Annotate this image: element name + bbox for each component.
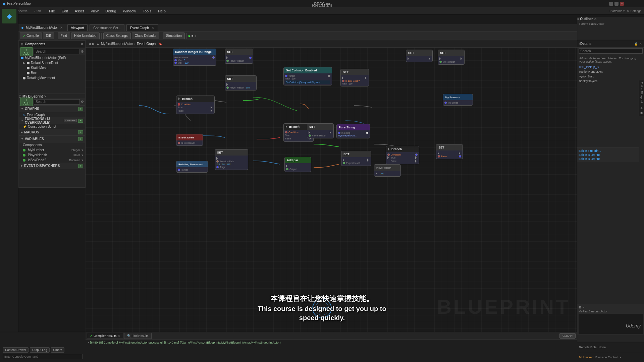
node-branch-lower[interactable]: Branch Condition True False (386, 146, 419, 164)
menu-file[interactable]: File (48, 8, 56, 14)
components-settings-icon[interactable]: ⚙ (81, 50, 84, 53)
node-set-far-right-lower[interactable]: SET False (436, 144, 463, 159)
diff-button[interactable]: Diff (43, 33, 54, 39)
node-set-farright-top[interactable]: SET My Number (438, 50, 465, 65)
class-settings-button[interactable]: Class Settings (103, 33, 131, 39)
node-pure-string[interactable]: Pure String In String MyBlueprintFun... (336, 124, 370, 138)
breadcrumb-actor[interactable]: MyFirstBlueprintActor (101, 42, 133, 46)
class-defaults-button[interactable]: Class Defaults (132, 33, 159, 39)
menu-view[interactable]: View (89, 8, 100, 14)
play-btn[interactable]: ▶ (189, 34, 191, 38)
tree-item-rotating[interactable]: RotatingMovement (19, 75, 85, 80)
node-set-1[interactable]: SET Player Health (225, 49, 253, 64)
details-item-1[interactable]: rBP_Pickup_B (577, 65, 644, 69)
pause-btn[interactable]: ⏸ (194, 34, 197, 38)
menu-window[interactable]: Window (121, 8, 137, 14)
graphs-add-btn[interactable]: + (78, 107, 83, 111)
find-button[interactable]: Find (58, 33, 70, 39)
menu-edit[interactable]: Edit (60, 8, 69, 14)
var-playerhealth[interactable]: PlayerHealth Float ▾ (19, 153, 85, 158)
tree-item-root[interactable]: ▶ DefaultSceneRoot (19, 60, 85, 65)
my-blueprint-search[interactable] (34, 99, 80, 105)
tab-viewport[interactable]: Viewport (67, 24, 88, 31)
close-btn[interactable]: ✕ (620, 2, 624, 6)
node-my-bones[interactable]: My Bones→ My Bones (443, 94, 473, 106)
compile-button[interactable]: ✓ Compile (20, 33, 42, 39)
side-icon-1[interactable]: ⚙ (640, 107, 643, 110)
node-branch-1[interactable]: Branch Condition True False (176, 96, 215, 114)
section-macros[interactable]: ▶ MACROS + (19, 129, 85, 136)
find-results-tab[interactable]: 🔍 Find Results (124, 333, 152, 339)
functions-add-btn[interactable]: + (78, 119, 83, 123)
minimize-btn[interactable] (609, 2, 613, 6)
clear-button[interactable]: CLEAR (559, 333, 576, 339)
tree-item-box[interactable]: Box (19, 70, 85, 75)
node-set-lower-mid[interactable]: SET Player Health (341, 151, 371, 166)
bp-tab-close[interactable]: ✕ (60, 26, 63, 29)
my-blueprint-add-btn[interactable]: + Add (20, 98, 33, 106)
node-set-mid[interactable]: SET Player Health (307, 123, 334, 138)
var-playerhealth-dropdown[interactable]: ▾ (82, 154, 83, 157)
nav-left[interactable]: ◀ (88, 42, 91, 46)
outliner-close[interactable]: ✕ (594, 17, 597, 21)
node-set-2[interactable]: SET Player Health 100 (225, 75, 257, 90)
content-drawer-btn[interactable]: Content Drawer (3, 347, 29, 353)
revision-control-btn[interactable]: Revision Control (595, 356, 618, 359)
compiler-tab-close[interactable]: ✕ (118, 334, 120, 338)
components-add-btn[interactable]: + Add (20, 47, 33, 56)
section-functions[interactable]: ▼ FUNCTIONS (13 OVERRIDABLE) Override + (19, 117, 85, 124)
node-is-box-dead[interactable]: Is Box Dead Is Box Dead? (176, 134, 203, 146)
mybp-settings-icon[interactable]: ⚙ (81, 100, 84, 104)
tab-event-graph-close[interactable]: ✕ (152, 26, 154, 29)
platforms-btn[interactable]: Platforms ▾ (609, 9, 625, 13)
tab-construction-script[interactable]: Construction Scr... (90, 24, 124, 31)
output-log-btn[interactable]: Output Log (30, 347, 50, 353)
simulation-button[interactable]: Simulation (163, 33, 185, 39)
var-mynumber[interactable]: MyNumber Integer ▾ (19, 147, 85, 153)
hide-unrelated-button[interactable]: Hide Unrelated (71, 33, 100, 39)
node-set-topright[interactable]: SET (406, 50, 433, 62)
bookmark-icon[interactable]: 🔖 (158, 42, 162, 46)
menu-help[interactable]: Help (157, 8, 167, 14)
variables-add-btn[interactable]: + (78, 137, 83, 141)
var-mynumber-dropdown[interactable]: ▾ (82, 148, 83, 152)
ue-icon[interactable]: ◆ (2, 9, 16, 23)
details-lock-icon[interactable]: 🔒 (634, 42, 638, 46)
menu-asset[interactable]: Asset (73, 8, 86, 14)
node-rotating-movement[interactable]: Rotating Movement Target (176, 161, 208, 173)
menu-tools[interactable]: Tools (142, 8, 153, 14)
section-graphs[interactable]: ▼ GRAPHS + (19, 106, 85, 112)
edit-in-blueprint-1[interactable]: Edit in Blueprint (640, 82, 643, 103)
menu-debug[interactable]: Debug (104, 8, 117, 14)
unsaved-indicator[interactable]: 6 Unsaved (579, 356, 593, 359)
my-blueprint-close[interactable]: ✕ (44, 95, 47, 98)
var-isboxdead[interactable]: IsBoxDead? Boolean ▾ (19, 158, 85, 163)
compiler-results-tab[interactable]: ✓ Compiler Results ✕ (87, 333, 123, 339)
node-set-rotation[interactable]: SET Rotation Rate 0.0 0.0 360 Target (215, 149, 248, 170)
edit-link-2[interactable]: Edit in Blueprint (579, 153, 637, 157)
maximize-btn[interactable] (614, 2, 619, 6)
details-search[interactable] (579, 48, 643, 54)
section-event-dispatchers[interactable]: ▶ EVENT DISPATCHERS + (19, 163, 85, 169)
cmd-btn[interactable]: Cmd ▾ (51, 347, 64, 353)
side-icon-2[interactable]: ▣ (640, 111, 643, 114)
settings-btn[interactable]: ⚙ Settings (627, 9, 641, 13)
stop-btn[interactable]: ■ (192, 34, 193, 38)
graph-area[interactable]: ◀ ▶ ▲ MyFirstBlueprintActor › Event Grap… (86, 40, 577, 332)
tree-item-self[interactable]: MyFirstBlueprintActor (Self) (19, 55, 85, 60)
nav-up[interactable]: ▲ (96, 42, 100, 46)
details-close-icon[interactable]: ✕ (639, 42, 642, 46)
node-get-collision[interactable]: Get Collision Enabled Target New Type Ge… (283, 67, 332, 85)
node-add-par[interactable]: Add par Output (284, 157, 311, 172)
node-random-integer[interactable]: Random Integer in Range Return Value Min… (173, 49, 216, 66)
var-components[interactable]: Components (19, 142, 85, 147)
console-input[interactable] (3, 354, 83, 359)
var-isboxdead-dropdown[interactable]: ▾ (82, 159, 83, 162)
tree-item-mesh[interactable]: StaticMesh (19, 65, 85, 70)
construction-script-item[interactable]: ⚡ Construction Script (19, 124, 85, 129)
node-rotate-val[interactable]: Player Health 0.0 (374, 164, 401, 177)
macros-add-btn[interactable]: + (78, 130, 83, 134)
components-close[interactable]: ✕ (80, 42, 83, 46)
section-variables[interactable]: ▼ VARIABLES + (19, 136, 85, 142)
dispatchers-add-btn[interactable]: + (78, 164, 83, 168)
